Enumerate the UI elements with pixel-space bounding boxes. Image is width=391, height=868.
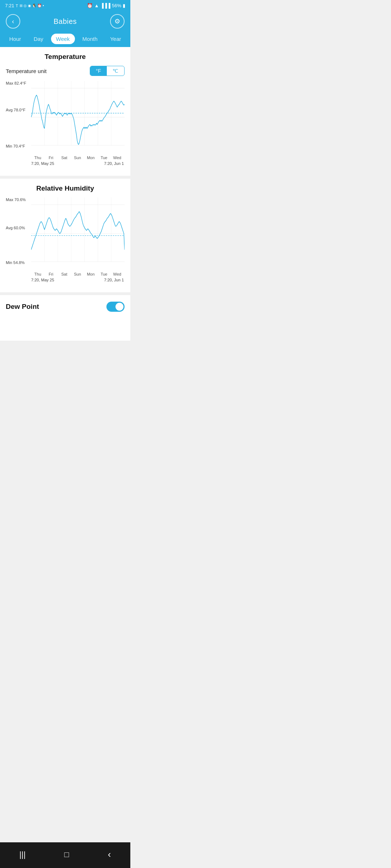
humidity-x-tue: Tue	[97, 272, 111, 276]
app-title: Babies	[54, 17, 77, 26]
status-bar: 7:21 T ⊞ ◎ ◉ 🐧 ⏰ • ⏰ ▲ ▐▐▐ 56% ▮	[0, 0, 130, 10]
temp-x-mon: Mon	[84, 156, 97, 160]
humidity-date-start: 7:20, May 25	[31, 278, 54, 282]
tab-hour[interactable]: Hour	[4, 34, 26, 44]
status-right: ⏰ ▲ ▐▐▐ 56% ▮	[87, 3, 125, 8]
icons-row: ⊞ ◎ ◉ 🐧 ⏰ •	[20, 4, 44, 8]
humidity-chart	[31, 197, 125, 270]
temp-x-wed: Wed	[110, 156, 124, 160]
temperature-svg	[31, 81, 125, 153]
humidity-x-axis: Thu Fri Sat Sun Mon Tue Wed	[6, 272, 125, 276]
temp-x-fri: Fri	[45, 156, 58, 160]
carrier-icon: T	[16, 4, 18, 8]
alarm-icon: ⏰	[87, 3, 93, 8]
status-time: 7:21	[5, 3, 14, 8]
tab-year[interactable]: Year	[105, 34, 126, 44]
app-header: ‹ Babies ⚙	[0, 10, 130, 34]
tab-month[interactable]: Month	[77, 34, 103, 44]
humidity-max-label: Max 70.6%	[6, 197, 26, 202]
back-button[interactable]: ‹	[6, 14, 20, 29]
status-left: 7:21 T ⊞ ◎ ◉ 🐧 ⏰ •	[5, 3, 44, 8]
temp-date-start: 7:20, May 25	[31, 161, 54, 166]
humidity-x-sun: Sun	[71, 272, 84, 276]
temp-date-range: 7:20, May 25 7:20, Jun 1	[6, 161, 125, 166]
temp-x-tue: Tue	[97, 156, 111, 160]
temperature-chart	[31, 81, 125, 153]
main-content: Temperature Temperature unit °F ℃ Max 82…	[0, 47, 130, 341]
bottom-spacer	[0, 312, 130, 341]
settings-button[interactable]: ⚙	[110, 14, 125, 29]
humidity-x-wed: Wed	[110, 272, 124, 276]
unit-toggle: °F ℃	[90, 66, 125, 76]
dew-point-title: Dew Point	[6, 303, 39, 311]
temp-date-end: 7:20, Jun 1	[104, 161, 124, 166]
unit-label: Temperature unit	[6, 68, 47, 74]
humidity-date-end: 7:20, Jun 1	[104, 278, 124, 282]
unit-row: Temperature unit °F ℃	[6, 66, 125, 76]
dew-point-toggle[interactable]	[106, 302, 125, 312]
humidity-x-mon: Mon	[84, 272, 97, 276]
signal-icon: ▐▐▐	[100, 3, 110, 8]
humidity-svg	[31, 197, 125, 270]
unit-celsius-button[interactable]: ℃	[107, 66, 124, 76]
battery-text: 56%	[112, 3, 121, 8]
unit-fahrenheit-button[interactable]: °F	[90, 66, 107, 76]
temp-x-axis: Thu Fri Sat Sun Mon Tue Wed	[6, 156, 125, 160]
wifi-icon: ▲	[94, 3, 99, 8]
humidity-min-label: Min 54.8%	[6, 260, 25, 265]
humidity-date-range: 7:20, May 25 7:20, Jun 1	[6, 278, 125, 282]
temp-x-sat: Sat	[58, 156, 71, 160]
temperature-section: Temperature Temperature unit °F ℃ Max 82…	[0, 47, 130, 173]
humidity-avg-label: Avg 60.0%	[6, 226, 25, 230]
separator-2	[0, 292, 130, 295]
battery-icon: ▮	[123, 3, 125, 8]
tab-week[interactable]: Week	[51, 34, 75, 44]
humidity-x-sat: Sat	[58, 272, 71, 276]
humidity-title: Relative Humidity	[6, 184, 125, 192]
humidity-x-thu: Thu	[31, 272, 45, 276]
dew-point-section: Dew Point	[0, 295, 130, 312]
temp-x-sun: Sun	[71, 156, 84, 160]
temp-avg-label: Avg 78.0°F	[6, 108, 25, 112]
humidity-section: Relative Humidity Max 70.6% Avg 60.0% Mi…	[0, 179, 130, 289]
separator-1	[0, 176, 130, 179]
tab-day[interactable]: Day	[29, 34, 49, 44]
temp-min-label: Min 70.4°F	[6, 144, 25, 148]
temperature-title: Temperature	[6, 53, 125, 61]
humidity-x-fri: Fri	[45, 272, 58, 276]
temp-x-thu: Thu	[31, 156, 45, 160]
temp-max-label: Max 82.4°F	[6, 81, 26, 85]
